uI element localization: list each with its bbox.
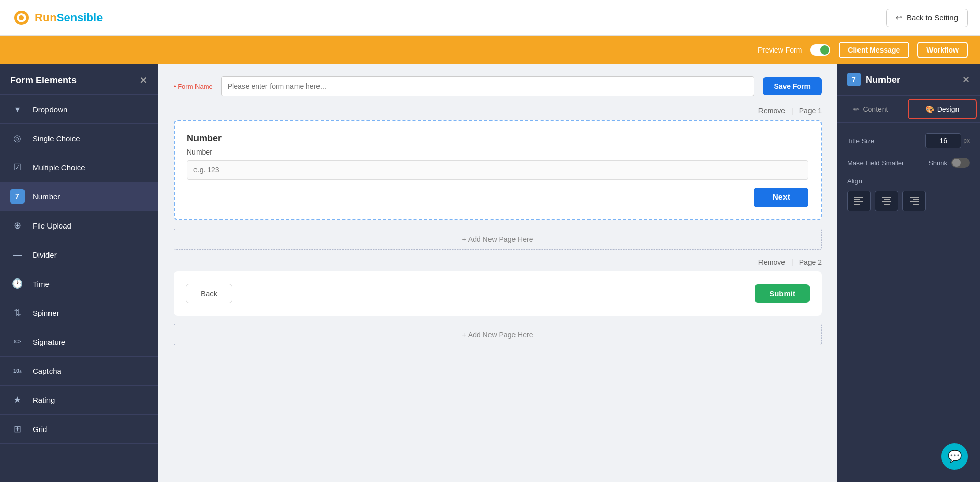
- preview-form-toggle[interactable]: [810, 44, 830, 56]
- align-right-button[interactable]: [902, 191, 926, 211]
- single-choice-icon: ◎: [10, 131, 24, 145]
- svg-rect-4: [854, 199, 860, 200]
- page1-label: Page 1: [799, 107, 822, 115]
- sidebar-item-label: Grid: [33, 425, 47, 434]
- sidebar-item-label: Single Choice: [33, 134, 80, 143]
- panel-body: Title Size px Make Field Smaller Shrink …: [837, 123, 980, 482]
- dropdown-icon: ▾: [10, 102, 24, 116]
- svg-rect-12: [913, 199, 919, 200]
- sidebar-item-single-choice[interactable]: ◎ Single Choice: [0, 124, 158, 153]
- form-card-title: Number: [187, 133, 808, 144]
- right-panel-header: 7 Number ✕: [837, 64, 980, 96]
- next-button[interactable]: Next: [754, 188, 808, 207]
- svg-rect-7: [882, 197, 891, 198]
- svg-rect-5: [854, 201, 863, 202]
- header: RunSensible ↩ Back to Setting: [0, 0, 980, 36]
- multiple-choice-icon: ☑: [10, 160, 24, 174]
- align-left-icon: [854, 197, 864, 205]
- panel-tabs: ✏ Content 🎨 Design: [837, 96, 980, 123]
- page1-remove[interactable]: Remove: [758, 107, 785, 115]
- next-btn-row: Next: [187, 188, 808, 207]
- form-card-label: Number: [187, 148, 808, 156]
- svg-rect-9: [882, 201, 891, 202]
- close-icon[interactable]: ✕: [139, 74, 148, 86]
- sidebar: Form Elements ✕ ▾ Dropdown ◎ Single Choi…: [0, 64, 158, 482]
- form-card-page2: Back Submit: [174, 271, 822, 316]
- sidebar-item-rating[interactable]: ★ Rating: [0, 386, 158, 415]
- time-icon: 🕐: [10, 276, 24, 291]
- center-content: • Form Name Save Form Remove | Page 1 Nu…: [158, 64, 837, 482]
- right-panel: 7 Number ✕ ✏ Content 🎨 Design Title Size: [837, 64, 980, 482]
- sidebar-item-label: Dropdown: [33, 105, 67, 114]
- tab-design[interactable]: 🎨 Design: [908, 99, 977, 119]
- make-field-smaller-row: Make Field Smaller Shrink: [847, 158, 970, 168]
- workflow-button[interactable]: Workflow: [917, 42, 968, 58]
- sidebar-item-file-upload[interactable]: ⊕ File Upload: [0, 211, 158, 240]
- panel-close-icon[interactable]: ✕: [962, 74, 970, 85]
- tab-content[interactable]: ✏ Content: [837, 96, 904, 122]
- sidebar-item-number[interactable]: 7 Number: [0, 182, 158, 211]
- sidebar-title: Form Elements: [10, 75, 77, 86]
- sidebar-item-grid[interactable]: ⊞ Grid: [0, 415, 158, 444]
- title-size-unit: px: [963, 137, 970, 144]
- form-card-input[interactable]: [187, 160, 808, 180]
- page2-remove[interactable]: Remove: [758, 258, 785, 266]
- panel-badge: 7: [847, 73, 861, 86]
- submit-button[interactable]: Submit: [755, 284, 810, 303]
- preview-form-label: Preview Form: [758, 46, 802, 54]
- sidebar-item-captcha[interactable]: 10₈ Captcha: [0, 357, 158, 386]
- svg-rect-11: [910, 197, 919, 198]
- align-label: Align: [847, 177, 970, 185]
- signature-icon: ✏: [10, 335, 24, 349]
- undo-icon: ↩: [896, 13, 902, 22]
- shrink-label: Shrink: [928, 159, 947, 167]
- shrink-toggle-group: Shrink: [928, 158, 970, 168]
- title-size-control: px: [925, 133, 970, 148]
- page2-controls: Remove | Page 2: [174, 258, 822, 266]
- sidebar-item-signature[interactable]: ✏ Signature: [0, 327, 158, 357]
- sidebar-item-divider[interactable]: — Divider: [0, 240, 158, 269]
- sidebar-item-label: Multiple Choice: [33, 163, 85, 172]
- chat-bubble[interactable]: 💬: [941, 443, 968, 470]
- rating-icon: ★: [10, 393, 24, 407]
- sidebar-item-label: Divider: [33, 250, 57, 259]
- back-to-setting-button[interactable]: ↩ Back to Setting: [886, 9, 968, 27]
- title-size-label: Title Size: [847, 137, 874, 145]
- add-page-row-1[interactable]: + Add New Page Here: [174, 229, 822, 250]
- save-form-button[interactable]: Save Form: [763, 77, 822, 95]
- align-right-icon: [909, 197, 919, 205]
- sidebar-item-label: Signature: [33, 338, 65, 346]
- main-layout: Form Elements ✕ ▾ Dropdown ◎ Single Choi…: [0, 64, 980, 482]
- form-name-row: • Form Name Save Form: [174, 76, 822, 96]
- sidebar-item-label: Spinner: [33, 309, 59, 317]
- back-button[interactable]: Back: [186, 284, 232, 303]
- sidebar-item-dropdown[interactable]: ▾ Dropdown: [0, 95, 158, 124]
- file-upload-icon: ⊕: [10, 218, 24, 233]
- panel-title: Number: [866, 74, 900, 85]
- form-name-label: • Form Name: [174, 83, 213, 90]
- captcha-icon: 10₈: [10, 364, 24, 378]
- align-center-button[interactable]: [875, 191, 898, 211]
- form-name-input[interactable]: [221, 76, 755, 96]
- align-buttons: [847, 191, 970, 211]
- sidebar-item-multiple-choice[interactable]: ☑ Multiple Choice: [0, 153, 158, 182]
- design-tab-icon: 🎨: [925, 105, 934, 113]
- svg-rect-3: [854, 197, 863, 198]
- sidebar-item-time[interactable]: 🕐 Time: [0, 269, 158, 298]
- client-message-button[interactable]: Client Message: [839, 42, 909, 58]
- orange-bar: Preview Form Client Message Workflow: [0, 36, 980, 64]
- shrink-toggle[interactable]: [951, 158, 970, 168]
- title-size-row: Title Size px: [847, 133, 970, 148]
- sidebar-item-spinner[interactable]: ⇅ Spinner: [0, 298, 158, 327]
- align-center-icon: [881, 197, 892, 205]
- svg-rect-14: [913, 204, 919, 205]
- align-left-button[interactable]: [847, 191, 871, 211]
- number-icon: 7: [10, 189, 24, 204]
- svg-rect-10: [884, 204, 890, 205]
- sidebar-item-label: Time: [33, 280, 50, 288]
- logo-text: RunSensible: [35, 11, 103, 24]
- add-page-row-2[interactable]: + Add New Page Here: [174, 324, 822, 345]
- title-size-input[interactable]: [925, 133, 961, 148]
- sidebar-item-label: Captcha: [33, 367, 61, 375]
- right-panel-title-row: 7 Number: [847, 73, 900, 86]
